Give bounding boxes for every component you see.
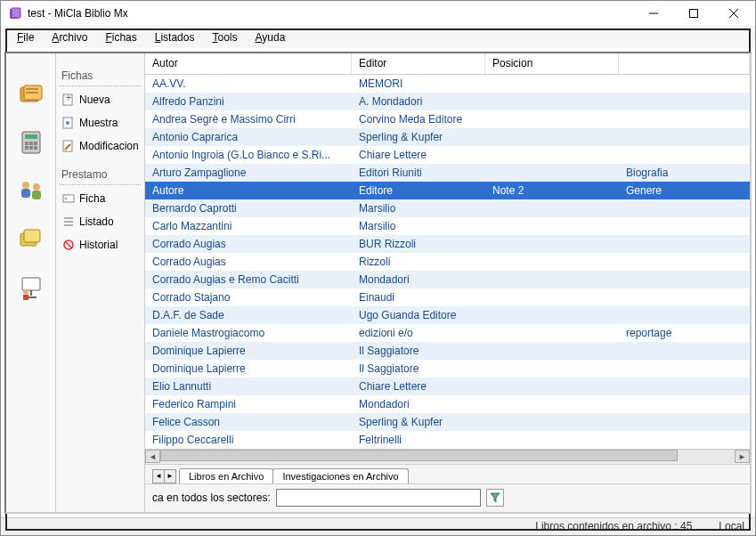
- people-icon[interactable]: [17, 176, 45, 205]
- tab-nav-right[interactable]: ►: [164, 469, 176, 483]
- cell-editor: Marsilio: [352, 218, 485, 234]
- horizontal-scrollbar[interactable]: ◄ ►: [145, 449, 750, 464]
- cell-editor: Editore: [352, 183, 485, 199]
- cell-extra: [619, 296, 750, 299]
- svg-rect-1: [12, 8, 20, 18]
- cell-editor: Marsilio: [352, 200, 485, 216]
- table-row[interactable]: Carlo MazzantiniMarsilio: [145, 217, 750, 235]
- table-row[interactable]: Dominique LapierreIl Saggiatore: [145, 342, 750, 360]
- cell-autor: Corrado Augias: [145, 236, 352, 252]
- cell-editor: Rizzoli: [352, 254, 485, 270]
- cell-autor: AA.VV.: [145, 76, 352, 92]
- cell-extra: [619, 118, 750, 121]
- column-header-autor[interactable]: Autor: [145, 53, 352, 74]
- table-row[interactable]: AutoreEditoreNote 2Genere: [145, 182, 750, 199]
- svg-rect-19: [21, 189, 30, 198]
- svg-point-36: [65, 197, 68, 199]
- table-row[interactable]: Elio LannuttiChiare Lettere: [145, 378, 750, 395]
- search-input[interactable]: [276, 489, 481, 507]
- column-header-editor[interactable]: Editor: [352, 53, 485, 74]
- table-row[interactable]: Bernardo CaprottiMarsilio: [145, 199, 750, 217]
- cell-posicion: [485, 153, 619, 157]
- svg-rect-23: [24, 230, 40, 242]
- menu-archivo[interactable]: Archivo: [45, 28, 94, 46]
- table-row[interactable]: Daniele Mastrogiacomoedizioni e/oreporta…: [145, 324, 750, 342]
- cell-posicion: [485, 100, 619, 103]
- sidebar-item-historial[interactable]: Historial: [60, 235, 141, 255]
- table-row[interactable]: Antonio Ingroia (G.Lo Bianco e S.Ri...Ch…: [145, 146, 750, 164]
- cell-editor: Ugo Guanda Editore: [352, 307, 485, 323]
- tab-nav-left[interactable]: ◄: [152, 469, 165, 483]
- cell-editor: Mondadori: [352, 396, 485, 412]
- menu-listados[interactable]: Listados: [148, 28, 202, 46]
- svg-rect-15: [25, 146, 28, 150]
- cell-autor: Autore: [145, 183, 352, 199]
- cell-extra: [619, 153, 750, 157]
- scroll-left-arrow[interactable]: ◄: [145, 450, 160, 463]
- calculator-icon[interactable]: [17, 128, 45, 157]
- cell-autor: Dominique Lapierre: [145, 343, 352, 359]
- cell-autor: Alfredo Panzini: [145, 93, 352, 110]
- cell-posicion: [485, 207, 619, 210]
- tab-investigaciones[interactable]: Investigaciones en Archivo: [272, 468, 408, 483]
- maximize-button[interactable]: [673, 1, 713, 26]
- app-icon: [8, 6, 22, 20]
- cell-extra: reportage: [619, 325, 750, 341]
- table-row[interactable]: Corrado Augias e Remo CacittiMondadori: [145, 271, 750, 288]
- table-row[interactable]: Corrado AugiasBUR Rizzoli: [145, 235, 750, 253]
- column-header-posicion[interactable]: Posicion: [485, 53, 619, 74]
- cell-autor: D.A.F. de Sade: [145, 307, 352, 323]
- table-row[interactable]: D.A.F. de SadeUgo Guanda Editore: [145, 306, 750, 324]
- table-header: Autor Editor Posicion: [145, 53, 750, 75]
- column-header-extra[interactable]: [619, 53, 750, 74]
- cell-posicion: [485, 313, 619, 317]
- table-row[interactable]: AA.VV.MEMORI: [145, 75, 750, 93]
- sidebar-item-listado[interactable]: Listado: [60, 212, 141, 231]
- sidebar-item-modificacion[interactable]: Modificacion: [60, 136, 141, 156]
- sidebar-label: Modificacion: [79, 140, 139, 152]
- svg-rect-12: [25, 142, 28, 145]
- sidebar-label: Ficha: [79, 192, 105, 205]
- table-row[interactable]: Felice CassonSperling & Kupfer: [145, 413, 750, 431]
- table-row[interactable]: Andrea Segrè e Massimo CirriCorvino Meda…: [145, 110, 750, 128]
- titlebar: test - MiCla Biblio Mx: [1, 1, 755, 27]
- table-body[interactable]: AA.VV.MEMORIAlfredo PanziniA. MondadoriA…: [145, 75, 750, 449]
- menu-ayuda[interactable]: Ayuda: [248, 28, 292, 46]
- cell-posicion: [485, 385, 619, 388]
- folders-icon[interactable]: [17, 224, 45, 253]
- cell-autor: Elio Lannutti: [145, 378, 352, 394]
- svg-point-32: [66, 121, 69, 125]
- table-row[interactable]: Federico RampiniMondadori: [145, 395, 750, 413]
- cell-posicion: [485, 82, 619, 85]
- cell-autor: Corrado Augias: [145, 254, 352, 270]
- table-row[interactable]: Corrado StajanoEinaudi: [145, 288, 750, 306]
- sidebar-item-nueva[interactable]: + Nueva: [60, 90, 141, 110]
- table-row[interactable]: Antonio CapraricaSperling & Kupfer: [145, 128, 750, 146]
- menu-tools[interactable]: Tools: [205, 28, 244, 46]
- table-row[interactable]: Corrado AugiasRizzoli: [145, 253, 750, 271]
- tab-libros[interactable]: Libros en Archivo: [179, 468, 273, 483]
- table-row[interactable]: Dominique LapierreIl Saggiatore: [145, 360, 750, 378]
- cell-posicion: [485, 118, 619, 121]
- sidebar-item-ficha[interactable]: Ficha: [60, 189, 141, 208]
- filter-button[interactable]: [486, 489, 504, 507]
- scroll-thumb[interactable]: [160, 450, 678, 461]
- svg-point-20: [33, 183, 40, 191]
- books-icon[interactable]: [17, 80, 45, 109]
- cell-editor: Chiare Lettere: [352, 378, 485, 394]
- table-row[interactable]: Arturo ZampaglioneEditori RiunitiBiograf…: [145, 164, 750, 182]
- sidebar-label: Nueva: [79, 93, 110, 106]
- cell-autor: Filippo Ceccarelli: [145, 432, 352, 448]
- close-button[interactable]: [713, 1, 753, 26]
- cell-posicion: [485, 420, 619, 424]
- svg-rect-13: [29, 142, 33, 145]
- sidebar-item-muestra[interactable]: Muestra: [60, 113, 141, 133]
- cell-extra: [619, 313, 750, 317]
- presentation-icon[interactable]: [17, 272, 45, 301]
- menu-fichas[interactable]: Fichas: [98, 28, 143, 46]
- minimize-button[interactable]: [633, 1, 673, 26]
- table-row[interactable]: Filippo CeccarelliFeltrinelli: [145, 431, 750, 449]
- menu-file[interactable]: File: [10, 28, 41, 46]
- table-row[interactable]: Alfredo PanziniA. Mondadori: [145, 93, 750, 110]
- scroll-right-arrow[interactable]: ►: [735, 450, 750, 463]
